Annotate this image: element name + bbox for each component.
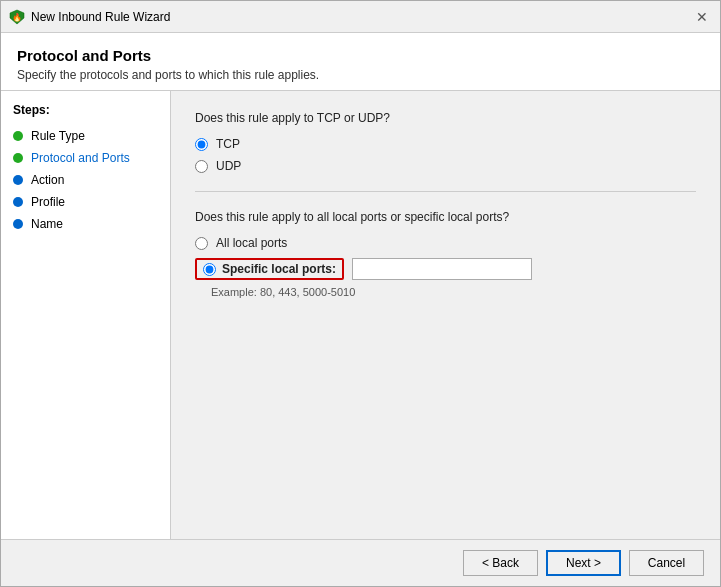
all-ports-row: All local ports [195, 236, 696, 250]
all-ports-label[interactable]: All local ports [216, 236, 287, 250]
page-header: Protocol and Ports Specify the protocols… [1, 33, 720, 91]
sidebar-label-rule-type: Rule Type [31, 129, 85, 143]
ports-example: Example: 80, 443, 5000-5010 [211, 286, 355, 298]
udp-label[interactable]: UDP [216, 159, 241, 173]
udp-radio[interactable] [195, 160, 208, 173]
step-dot-profile [13, 197, 23, 207]
udp-radio-row: UDP [195, 159, 696, 173]
tcp-radio-row: TCP [195, 137, 696, 151]
sidebar-label-action: Action [31, 173, 64, 187]
sidebar-item-protocol-ports[interactable]: Protocol and Ports [1, 147, 170, 169]
page-title: Protocol and Ports [17, 47, 704, 64]
window-icon: 🔥 [9, 9, 25, 25]
section-divider [195, 191, 696, 192]
title-bar: 🔥 New Inbound Rule Wizard ✕ [1, 1, 720, 33]
wizard-window: 🔥 New Inbound Rule Wizard ✕ Protocol and… [0, 0, 721, 587]
content-area: Steps: Rule Type Protocol and Ports Acti… [1, 91, 720, 539]
specific-ports-radio[interactable] [203, 263, 216, 276]
step-dot-name [13, 219, 23, 229]
sidebar-label-protocol-ports: Protocol and Ports [31, 151, 130, 165]
back-button[interactable]: < Back [463, 550, 538, 576]
specific-ports-label[interactable]: Specific local ports: [222, 262, 336, 276]
step-dot-protocol-ports [13, 153, 23, 163]
tcp-label[interactable]: TCP [216, 137, 240, 151]
steps-label: Steps: [1, 103, 170, 125]
step-dot-action [13, 175, 23, 185]
sidebar: Steps: Rule Type Protocol and Ports Acti… [1, 91, 171, 539]
protocol-radio-group: TCP UDP [195, 137, 696, 173]
specific-ports-row: Specific local ports: [195, 258, 696, 280]
sidebar-label-profile: Profile [31, 195, 65, 209]
sidebar-item-rule-type[interactable]: Rule Type [1, 125, 170, 147]
tcp-radio[interactable] [195, 138, 208, 151]
main-panel: Does this rule apply to TCP or UDP? TCP … [171, 91, 720, 539]
ports-input[interactable] [352, 258, 532, 280]
title-bar-text: New Inbound Rule Wizard [31, 10, 692, 24]
tcp-udp-question: Does this rule apply to TCP or UDP? [195, 111, 696, 125]
sidebar-item-profile[interactable]: Profile [1, 191, 170, 213]
all-ports-radio[interactable] [195, 237, 208, 250]
ports-question: Does this rule apply to all local ports … [195, 210, 696, 224]
footer: < Back Next > Cancel [1, 539, 720, 586]
page-subtitle: Specify the protocols and ports to which… [17, 68, 704, 82]
close-button[interactable]: ✕ [692, 7, 712, 27]
sidebar-item-action[interactable]: Action [1, 169, 170, 191]
specific-ports-wrapper: Specific local ports: [195, 258, 344, 280]
step-dot-rule-type [13, 131, 23, 141]
svg-text:🔥: 🔥 [12, 12, 22, 22]
sidebar-label-name: Name [31, 217, 63, 231]
next-button[interactable]: Next > [546, 550, 621, 576]
cancel-button[interactable]: Cancel [629, 550, 704, 576]
sidebar-item-name[interactable]: Name [1, 213, 170, 235]
